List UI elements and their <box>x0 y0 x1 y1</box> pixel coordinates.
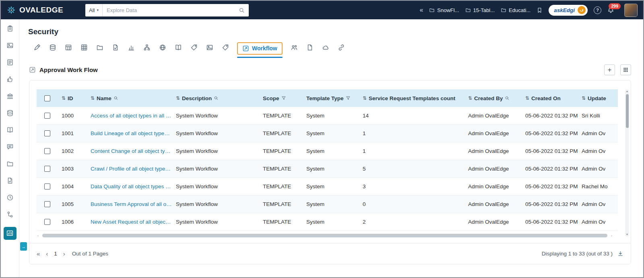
sort-icon[interactable]: ⇅ <box>62 95 66 101</box>
column-label: Created By <box>474 95 503 101</box>
download-icon[interactable] <box>617 251 623 257</box>
row-checkbox[interactable] <box>44 148 50 154</box>
sidebar-item-endorsement[interactable] <box>4 75 16 85</box>
prev-page-button[interactable]: ‹ <box>46 250 48 257</box>
sidebar-item-advanced-tools[interactable] <box>4 210 16 220</box>
column-header-scope[interactable]: Scope <box>259 95 302 101</box>
next-page-button[interactable]: › <box>63 250 65 257</box>
column-filter-icon[interactable] <box>281 96 286 101</box>
sort-icon[interactable]: ⇅ <box>468 95 472 101</box>
column-header-updated[interactable]: ⇅Update <box>578 95 618 101</box>
column-header-created_on[interactable]: ⇅Created On <box>521 95 578 101</box>
tab-codes[interactable] <box>170 44 186 53</box>
tab-labels[interactable] <box>217 44 233 53</box>
tab-users[interactable] <box>287 44 302 53</box>
tab-documents[interactable] <box>302 44 318 53</box>
sidebar-item-clipboard[interactable] <box>4 24 16 35</box>
sort-icon[interactable]: ⇅ <box>525 95 529 101</box>
select-all-checkbox[interactable] <box>44 95 50 101</box>
sidebar-item-projects[interactable] <box>4 159 16 170</box>
sidebar-item-compliance[interactable] <box>4 176 16 187</box>
first-page-button[interactable]: « <box>37 250 40 257</box>
vscroll-up-arrow[interactable]: ▲ <box>625 90 629 93</box>
workflow-name-link[interactable]: New Asset Request of all object ... <box>91 219 172 225</box>
row-checkbox-cell <box>37 130 58 136</box>
hscroll-left-arrow[interactable]: ‹ <box>37 234 39 238</box>
sidebar-item-glossary[interactable] <box>4 126 16 136</box>
tab-connections[interactable] <box>334 44 349 53</box>
collapse-recent-icon[interactable]: « <box>419 6 423 14</box>
tab-stories[interactable] <box>202 44 217 53</box>
row-checkbox[interactable] <box>44 113 50 119</box>
tab-reports[interactable] <box>123 44 139 53</box>
sort-icon[interactable]: ⇅ <box>91 95 95 101</box>
sidebar-item-collaboration[interactable] <box>4 142 16 153</box>
notifications-bell[interactable]: 299 <box>607 7 614 14</box>
row-checkbox[interactable] <box>44 201 50 207</box>
tab-api[interactable] <box>318 44 334 53</box>
hscroll-right-arrow[interactable]: › <box>611 234 612 238</box>
tab-domains[interactable] <box>155 44 170 53</box>
column-header-name[interactable]: ⇅Name <box>87 95 172 101</box>
column-search-icon[interactable] <box>214 96 219 101</box>
column-header-id[interactable]: ⇅ID <box>58 95 87 101</box>
hscroll-thumb[interactable] <box>42 234 607 237</box>
row-checkbox[interactable] <box>44 130 50 136</box>
tab-tables[interactable] <box>60 44 76 53</box>
row-checkbox[interactable] <box>44 183 50 189</box>
tab-files[interactable] <box>92 44 107 53</box>
column-search-icon[interactable] <box>114 96 118 101</box>
help-icon[interactable]: ? <box>594 6 601 14</box>
sort-icon[interactable]: ⇅ <box>176 95 180 101</box>
sort-icon[interactable]: ⇅ <box>582 95 586 101</box>
tab-data-lineage[interactable] <box>139 44 155 53</box>
column-filter-icon[interactable] <box>346 96 351 101</box>
workflow-name-link[interactable]: Access of all object types in all c... <box>91 113 172 119</box>
tab-tags[interactable] <box>186 44 202 53</box>
tab-crawler[interactable] <box>29 44 45 53</box>
workflow-name-link[interactable]: Business Term Approval of all ob... <box>91 201 172 207</box>
sort-icon[interactable]: ⇅ <box>363 95 367 101</box>
search-input[interactable] <box>103 7 239 13</box>
askedgi-button[interactable]: askEdgi <box>549 5 588 16</box>
column-header-created_by[interactable]: ⇅Created By <box>464 95 521 101</box>
sidebar-item-data-stores[interactable] <box>4 109 16 119</box>
tab-columns[interactable] <box>76 44 92 53</box>
workflow-name-link[interactable]: Crawl / Profile of all object types... <box>91 166 172 172</box>
sidebar-expand-toggle[interactable]: → <box>20 242 27 251</box>
workflow-name-link[interactable]: Content Change of all object typ... <box>91 148 172 154</box>
column-header-count[interactable]: ⇅Service Request Templates count <box>359 95 464 101</box>
sidebar-item-governance-dashboard[interactable] <box>4 227 17 240</box>
vscroll-down-arrow[interactable]: ▼ <box>625 233 629 236</box>
recent-item-0[interactable]: SnowFl... <box>429 7 459 13</box>
column-settings-button[interactable] <box>620 64 631 75</box>
add-workflow-button[interactable]: + <box>604 64 615 75</box>
sidebar-item-governance[interactable] <box>4 92 16 102</box>
recent-item-2[interactable]: Educati... <box>501 7 530 13</box>
cell-template_type: System <box>302 201 359 207</box>
workflow-name-link[interactable]: Build Lineage of all object types i... <box>91 130 172 136</box>
tab-queries[interactable] <box>107 44 123 53</box>
column-header-description[interactable]: ⇅Description <box>172 95 259 101</box>
bookmark-icon[interactable] <box>537 7 543 13</box>
column-header-template_type[interactable]: Template Type <box>302 95 359 101</box>
tab-databases[interactable] <box>45 44 60 53</box>
sidebar-item-report-list[interactable] <box>4 58 16 68</box>
vertical-scrollbar[interactable]: ▲ ▼ <box>625 89 629 237</box>
tab-workflow-active[interactable]: Workflow <box>237 42 283 55</box>
column-search-icon[interactable] <box>505 96 510 101</box>
search-scope-dropdown[interactable]: All ▾ <box>85 4 103 16</box>
current-page-number[interactable]: 1 <box>54 251 57 257</box>
vscroll-thumb[interactable] <box>626 94 629 128</box>
user-avatar[interactable] <box>624 4 638 17</box>
sidebar-item-scheduler[interactable] <box>4 193 16 204</box>
horizontal-scrollbar[interactable]: ‹ › <box>37 234 617 238</box>
search-icon[interactable] <box>239 7 245 13</box>
cell-description: System Workflow <box>172 201 259 207</box>
row-checkbox[interactable] <box>44 166 50 172</box>
workflow-name-link[interactable]: Data Quality of all object types in... <box>91 183 172 189</box>
row-checkbox[interactable] <box>44 219 50 225</box>
recent-item-1[interactable]: 15-Tabl... <box>465 7 495 13</box>
ovaledge-logo[interactable]: OVALEDGE <box>6 5 85 15</box>
sidebar-item-media[interactable] <box>4 41 16 51</box>
